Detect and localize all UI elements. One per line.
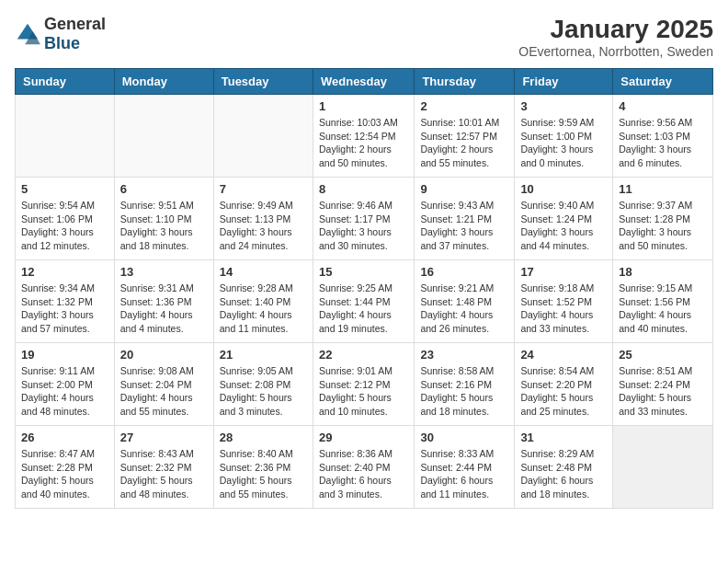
- day-cell: 8Sunrise: 9:46 AM Sunset: 1:17 PM Daylig…: [313, 178, 414, 260]
- day-cell: 10Sunrise: 9:40 AM Sunset: 1:24 PM Dayli…: [515, 178, 613, 260]
- day-info: Sunrise: 9:49 AM Sunset: 1:13 PM Dayligh…: [220, 199, 307, 253]
- day-number: 29: [319, 431, 408, 444]
- day-number: 2: [420, 99, 508, 113]
- day-number: 1: [319, 99, 408, 113]
- day-cell: 16Sunrise: 9:21 AM Sunset: 1:48 PM Dayli…: [415, 260, 515, 343]
- day-number: 30: [420, 431, 508, 444]
- day-info: Sunrise: 8:40 AM Sunset: 2:36 PM Dayligh…: [220, 447, 307, 501]
- day-info: Sunrise: 9:11 AM Sunset: 2:00 PM Dayligh…: [21, 364, 108, 419]
- day-info: Sunrise: 9:21 AM Sunset: 1:48 PM Dayligh…: [420, 282, 508, 336]
- week-row-5: 26Sunrise: 8:47 AM Sunset: 2:28 PM Dayli…: [16, 426, 713, 509]
- day-number: 17: [520, 265, 607, 279]
- day-number: 11: [619, 182, 707, 196]
- day-cell: 12Sunrise: 9:34 AM Sunset: 1:32 PM Dayli…: [16, 260, 115, 343]
- day-cell: 11Sunrise: 9:37 AM Sunset: 1:28 PM Dayli…: [613, 178, 713, 260]
- day-info: Sunrise: 8:43 AM Sunset: 2:32 PM Dayligh…: [120, 447, 208, 501]
- day-cell: 4Sunrise: 9:56 AM Sunset: 1:03 PM Daylig…: [613, 95, 713, 178]
- page-title: January 2025: [518, 15, 713, 44]
- day-info: Sunrise: 9:46 AM Sunset: 1:17 PM Dayligh…: [319, 199, 408, 253]
- week-row-2: 5Sunrise: 9:54 AM Sunset: 1:06 PM Daylig…: [16, 178, 713, 260]
- day-number: 9: [420, 182, 508, 196]
- day-number: 8: [319, 182, 408, 196]
- day-cell: 14Sunrise: 9:28 AM Sunset: 1:40 PM Dayli…: [213, 260, 313, 343]
- day-number: 26: [21, 431, 108, 444]
- day-number: 24: [520, 348, 607, 362]
- day-number: 21: [220, 348, 307, 362]
- day-info: Sunrise: 9:56 AM Sunset: 1:03 PM Dayligh…: [619, 116, 707, 170]
- day-number: 28: [220, 431, 307, 444]
- weekday-header-monday: Monday: [114, 69, 213, 95]
- day-cell: 27Sunrise: 8:43 AM Sunset: 2:32 PM Dayli…: [114, 426, 213, 509]
- day-info: Sunrise: 9:40 AM Sunset: 1:24 PM Dayligh…: [520, 199, 607, 253]
- weekday-header-sunday: Sunday: [16, 69, 115, 95]
- logo-icon: [15, 21, 40, 47]
- week-row-1: 1Sunrise: 10:03 AM Sunset: 12:54 PM Dayl…: [16, 95, 713, 178]
- day-number: 10: [520, 182, 607, 196]
- day-info: Sunrise: 9:25 AM Sunset: 1:44 PM Dayligh…: [319, 282, 408, 336]
- day-number: 16: [420, 265, 508, 279]
- day-cell: 6Sunrise: 9:51 AM Sunset: 1:10 PM Daylig…: [114, 178, 213, 260]
- day-cell: 1Sunrise: 10:03 AM Sunset: 12:54 PM Dayl…: [313, 95, 414, 178]
- calendar-table: SundayMondayTuesdayWednesdayThursdayFrid…: [15, 68, 713, 509]
- weekday-header-thursday: Thursday: [415, 69, 515, 95]
- day-info: Sunrise: 9:01 AM Sunset: 2:12 PM Dayligh…: [319, 364, 408, 419]
- day-info: Sunrise: 9:51 AM Sunset: 1:10 PM Dayligh…: [120, 199, 208, 253]
- logo-general-text: General: [44, 15, 106, 33]
- day-info: Sunrise: 9:43 AM Sunset: 1:21 PM Dayligh…: [420, 199, 508, 253]
- logo-blue-text: Blue: [44, 34, 80, 52]
- day-number: 14: [220, 265, 307, 279]
- day-cell: 21Sunrise: 9:05 AM Sunset: 2:08 PM Dayli…: [213, 343, 313, 426]
- day-cell: 23Sunrise: 8:58 AM Sunset: 2:16 PM Dayli…: [415, 343, 515, 426]
- day-cell: 13Sunrise: 9:31 AM Sunset: 1:36 PM Dayli…: [114, 260, 213, 343]
- day-cell: 29Sunrise: 8:36 AM Sunset: 2:40 PM Dayli…: [313, 426, 414, 509]
- day-info: Sunrise: 8:29 AM Sunset: 2:48 PM Dayligh…: [520, 447, 607, 501]
- day-cell: 24Sunrise: 8:54 AM Sunset: 2:20 PM Dayli…: [515, 343, 613, 426]
- day-cell: 22Sunrise: 9:01 AM Sunset: 2:12 PM Dayli…: [313, 343, 414, 426]
- day-info: Sunrise: 9:59 AM Sunset: 1:00 PM Dayligh…: [520, 116, 607, 170]
- day-number: 12: [21, 265, 108, 279]
- day-info: Sunrise: 10:03 AM Sunset: 12:54 PM Dayli…: [319, 116, 408, 170]
- day-number: 15: [319, 265, 408, 279]
- day-cell: [16, 95, 115, 178]
- day-number: 31: [520, 431, 607, 444]
- weekday-header-row: SundayMondayTuesdayWednesdayThursdayFrid…: [16, 69, 713, 95]
- logo: General Blue: [15, 15, 106, 53]
- day-number: 18: [619, 265, 707, 279]
- day-number: 20: [120, 348, 208, 362]
- day-info: Sunrise: 9:18 AM Sunset: 1:52 PM Dayligh…: [520, 282, 607, 336]
- day-cell: [213, 95, 313, 178]
- day-number: 6: [120, 182, 208, 196]
- day-number: 13: [120, 265, 208, 279]
- day-number: 4: [619, 99, 707, 113]
- weekday-header-tuesday: Tuesday: [213, 69, 313, 95]
- day-cell: 15Sunrise: 9:25 AM Sunset: 1:44 PM Dayli…: [313, 260, 414, 343]
- day-info: Sunrise: 8:51 AM Sunset: 2:24 PM Dayligh…: [619, 364, 707, 419]
- day-cell: 28Sunrise: 8:40 AM Sunset: 2:36 PM Dayli…: [213, 426, 313, 509]
- weekday-header-saturday: Saturday: [613, 69, 713, 95]
- day-cell: 17Sunrise: 9:18 AM Sunset: 1:52 PM Dayli…: [515, 260, 613, 343]
- day-cell: 26Sunrise: 8:47 AM Sunset: 2:28 PM Dayli…: [16, 426, 115, 509]
- week-row-3: 12Sunrise: 9:34 AM Sunset: 1:32 PM Dayli…: [16, 260, 713, 343]
- day-number: 19: [21, 348, 108, 362]
- weekday-header-friday: Friday: [515, 69, 613, 95]
- day-info: Sunrise: 8:33 AM Sunset: 2:44 PM Dayligh…: [420, 447, 508, 501]
- day-cell: 5Sunrise: 9:54 AM Sunset: 1:06 PM Daylig…: [16, 178, 115, 260]
- day-cell: 30Sunrise: 8:33 AM Sunset: 2:44 PM Dayli…: [415, 426, 515, 509]
- page-header: General Blue January 2025 OEvertornea, N…: [15, 15, 713, 59]
- day-cell: 2Sunrise: 10:01 AM Sunset: 12:57 PM Dayl…: [415, 95, 515, 178]
- day-info: Sunrise: 9:34 AM Sunset: 1:32 PM Dayligh…: [21, 282, 108, 336]
- day-cell: 20Sunrise: 9:08 AM Sunset: 2:04 PM Dayli…: [114, 343, 213, 426]
- title-block: January 2025 OEvertornea, Norrbotten, Sw…: [518, 15, 713, 59]
- day-info: Sunrise: 9:37 AM Sunset: 1:28 PM Dayligh…: [619, 199, 707, 253]
- day-info: Sunrise: 8:36 AM Sunset: 2:40 PM Dayligh…: [319, 447, 408, 501]
- day-info: Sunrise: 8:54 AM Sunset: 2:20 PM Dayligh…: [520, 364, 607, 419]
- day-info: Sunrise: 9:15 AM Sunset: 1:56 PM Dayligh…: [619, 282, 707, 336]
- day-info: Sunrise: 9:08 AM Sunset: 2:04 PM Dayligh…: [120, 364, 208, 419]
- day-number: 7: [220, 182, 307, 196]
- day-number: 25: [619, 348, 707, 362]
- day-info: Sunrise: 9:54 AM Sunset: 1:06 PM Dayligh…: [21, 199, 108, 253]
- day-cell: [114, 95, 213, 178]
- day-cell: 7Sunrise: 9:49 AM Sunset: 1:13 PM Daylig…: [213, 178, 313, 260]
- day-cell: 19Sunrise: 9:11 AM Sunset: 2:00 PM Dayli…: [16, 343, 115, 426]
- day-info: Sunrise: 8:58 AM Sunset: 2:16 PM Dayligh…: [420, 364, 508, 419]
